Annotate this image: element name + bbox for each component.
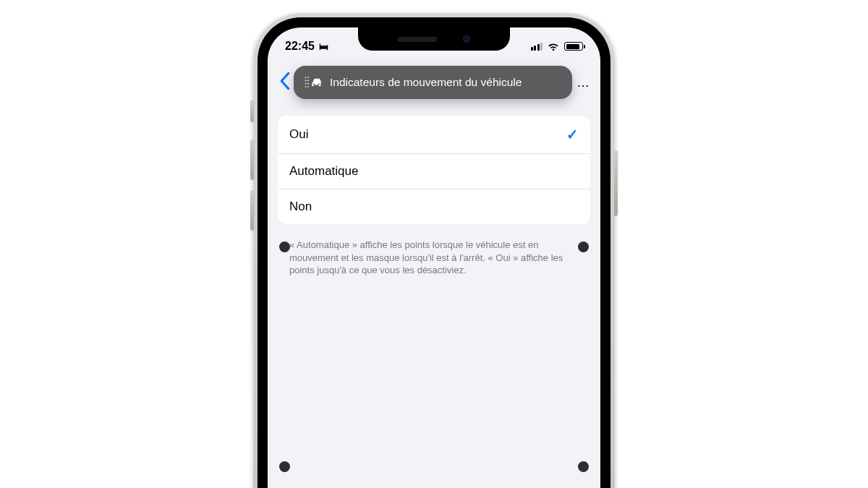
title-toast: Indicateurs de mouvement du véhicule [294,66,572,99]
checkmark-icon: ✓ [566,126,579,143]
power-button [614,150,618,215]
mute-switch [250,100,254,121]
svg-point-1 [305,80,307,82]
option-label: Oui [289,127,308,142]
motion-cue-dot [279,241,290,252]
svg-point-3 [305,86,307,87]
svg-point-7 [307,86,309,87]
title-overflow-indicator: … [572,75,595,90]
sleep-focus-icon: 🛏 [319,42,328,51]
options-list: Oui ✓ Automatique Non [278,116,590,224]
status-time: 22:45 [285,40,315,53]
svg-point-4 [307,77,309,78]
motion-cue-dot [578,461,589,472]
option-label: Non [289,200,312,214]
earpiece-speaker [398,37,437,42]
wifi-icon [547,42,560,51]
back-button[interactable] [273,72,294,93]
status-right [531,42,584,51]
option-label: Automatique [289,164,358,179]
phone-bezel: 22:45 🛏 [258,17,610,488]
option-automatique[interactable]: Automatique [278,153,590,189]
option-oui[interactable]: Oui ✓ [278,116,590,153]
screen: 22:45 🛏 [268,27,600,488]
page-title: Indicateurs de mouvement du véhicule [330,76,522,89]
canvas: 22:45 🛏 [0,0,868,488]
vehicle-motion-icon [304,75,323,90]
status-left: 22:45 🛏 [285,40,328,53]
phone-frame: 22:45 🛏 [253,13,615,488]
motion-cue-dot [578,241,589,252]
battery-icon [564,42,583,51]
svg-point-2 [305,83,307,85]
svg-point-6 [307,83,309,85]
svg-point-8 [313,84,315,85]
option-non[interactable]: Non [278,189,590,224]
front-camera [463,35,470,43]
nav-header: Indicateurs de mouvement du véhicule … [268,64,600,101]
svg-point-5 [307,80,309,82]
footer-description: « Automatique » affiche les points lorsq… [289,239,579,277]
svg-point-9 [318,84,320,85]
svg-point-0 [305,77,307,78]
cellular-signal-icon [531,43,543,51]
volume-up-button [250,140,254,179]
volume-down-button [250,190,254,230]
motion-cue-dot [279,461,290,472]
notch [358,27,510,51]
